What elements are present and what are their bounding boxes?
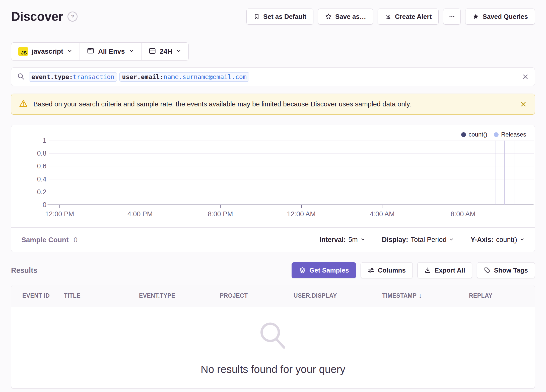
environment-filter-dropdown[interactable]: All Envs <box>80 47 141 56</box>
results-heading: Results <box>11 266 37 275</box>
column-header-event-id[interactable]: EVENT ID <box>22 292 50 299</box>
create-alert-button[interactable]: Create Alert <box>378 9 439 25</box>
warning-triangle-icon <box>19 99 28 110</box>
token-key: event.type: <box>31 73 73 81</box>
legend-item-count[interactable]: count() <box>461 131 487 138</box>
release-marker <box>504 141 505 205</box>
header-actions: Set as Default Save as… Create Alert <box>246 9 535 25</box>
token-key: user.email: <box>122 73 164 81</box>
y-axis-tick-label: 0.4 <box>37 175 46 183</box>
set-as-default-button[interactable]: Set as Default <box>246 9 313 25</box>
column-header-timestamp[interactable]: TIMESTAMP ↓ <box>382 292 422 300</box>
y-axis-dropdown[interactable]: Y-Axis: count() <box>470 236 525 244</box>
button-label: Columns <box>378 267 406 274</box>
interval-value: 5m <box>348 236 358 244</box>
columns-button[interactable]: Columns <box>361 262 413 278</box>
x-axis-tick <box>301 205 302 208</box>
token-value: name.surname@email.com <box>164 73 247 81</box>
tag-icon <box>484 267 491 274</box>
empty-state-message: No results found for your query <box>201 363 346 375</box>
results-actions: Get Samples Columns Export All Show Tags <box>292 262 535 278</box>
chevron-down-icon <box>520 236 525 244</box>
display-dropdown[interactable]: Display: Total Period <box>382 236 454 244</box>
chevron-down-icon <box>129 48 134 55</box>
release-marker <box>514 141 514 205</box>
column-header-event-type[interactable]: EVENT.TYPE <box>139 292 175 299</box>
y-axis-tick-label: 0.8 <box>37 150 46 157</box>
page-title: Discover <box>11 9 63 24</box>
x-axis-tick-label: 8:00 AM <box>451 210 475 218</box>
x-axis-tick <box>220 205 221 208</box>
sort-descending-icon: ↓ <box>419 292 422 300</box>
magnifier-icon <box>256 319 290 353</box>
button-label: Set as Default <box>263 13 306 21</box>
search-input[interactable]: event.type:transaction user.email:name.s… <box>11 68 535 86</box>
y-axis: 10.80.60.40.20 <box>26 141 46 205</box>
date-range-dropdown[interactable]: 24H <box>142 47 189 56</box>
x-axis-tick-label: 8:00 PM <box>208 210 233 218</box>
y-axis-tick-label: 0 <box>43 201 46 209</box>
button-label: Saved Queries <box>483 13 528 21</box>
search-token-list: event.type:transaction user.email:name.s… <box>29 72 249 82</box>
x-axis-tick-label: 12:00 PM <box>45 210 74 218</box>
interval-dropdown[interactable]: Interval: 5m <box>319 236 365 244</box>
sample-count-label: Sample Count <box>21 236 69 244</box>
saved-queries-button[interactable]: Saved Queries <box>465 9 535 25</box>
warning-message: Based on your search criteria and sample… <box>33 100 411 108</box>
column-header-replay[interactable]: REPLAY <box>469 292 493 299</box>
siren-icon <box>385 13 392 20</box>
button-label: Export All <box>435 267 465 274</box>
page-filter-bar: JS javascript All Envs 24H <box>11 42 189 60</box>
x-axis-tick-label: 12:00 AM <box>287 210 316 218</box>
get-samples-button[interactable]: Get Samples <box>292 262 356 278</box>
environment-filter-label: All Envs <box>98 48 125 55</box>
y-axis-tick-label: 0.6 <box>37 162 46 170</box>
x-axis-tick <box>463 205 463 208</box>
chevron-down-icon <box>176 48 181 55</box>
button-label: Save as… <box>335 13 366 21</box>
chart-controls: Interval: 5m Display: Total Period Y-Axi… <box>319 236 525 244</box>
chart-panel: count() Releases 10.80.60.40.20 12:00 PM… <box>11 125 535 252</box>
sample-count-value: 0 <box>74 236 78 244</box>
x-axis-tick <box>382 205 382 208</box>
stack-icon <box>299 267 306 274</box>
chart-legend: count() Releases <box>461 131 526 138</box>
display-label: Display: <box>382 236 408 244</box>
calendar-icon <box>149 47 156 56</box>
column-header-user-display[interactable]: USER.DISPLAY <box>294 292 337 299</box>
help-icon[interactable]: ? <box>67 12 78 22</box>
y-axis-tick-label: 0.2 <box>37 188 46 196</box>
search-icon <box>17 72 25 81</box>
search-token[interactable]: user.email:name.surname@email.com <box>119 72 249 82</box>
count-series-dot <box>461 132 466 137</box>
column-header-label: TIMESTAMP <box>382 292 417 299</box>
release-lines <box>49 141 534 205</box>
ellipsis-icon <box>449 13 455 20</box>
column-header-title[interactable]: TITLE <box>64 292 81 299</box>
show-tags-button[interactable]: Show Tags <box>477 262 535 278</box>
legend-label: Releases <box>501 131 526 138</box>
project-filter-dropdown[interactable]: JS javascript <box>11 47 80 56</box>
project-filter-label: javascript <box>32 48 63 55</box>
y-axis-tick-label: 1 <box>43 137 46 145</box>
column-header-project[interactable]: PROJECT <box>220 292 248 299</box>
export-all-button[interactable]: Export All <box>417 262 472 278</box>
page-header: Discover ? Set as Default Save as… Creat… <box>0 0 546 33</box>
discover-page: Discover ? Set as Default Save as… Creat… <box>0 0 546 392</box>
date-range-label: 24H <box>160 48 172 55</box>
x-axis-tick-label: 4:00 AM <box>370 210 394 218</box>
clear-search-button[interactable] <box>522 73 529 81</box>
x-axis-tick <box>59 205 60 208</box>
chevron-down-icon <box>67 48 73 55</box>
y-axis-value: count() <box>496 236 517 244</box>
search-token[interactable]: event.type:transaction <box>29 72 117 82</box>
save-as-button[interactable]: Save as… <box>318 9 373 25</box>
y-axis-label: Y-Axis: <box>470 236 494 244</box>
x-axis-tick <box>140 205 140 208</box>
table-header-row: EVENT ID TITLE EVENT.TYPE PROJECT USER.D… <box>11 285 535 306</box>
dismiss-warning-button[interactable] <box>520 100 527 108</box>
legend-item-releases[interactable]: Releases <box>494 131 526 138</box>
sampled-data-warning-banner: Based on your search criteria and sample… <box>11 94 535 115</box>
x-axis-tick-label: 4:00 PM <box>127 210 153 218</box>
more-options-button[interactable] <box>443 9 461 25</box>
